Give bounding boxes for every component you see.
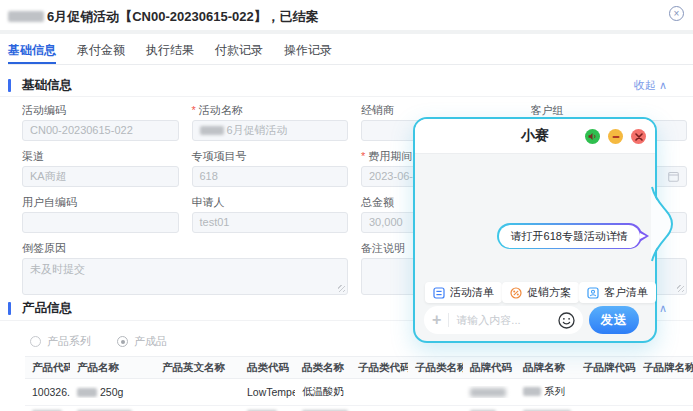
col-header: 子品类代码 [351, 361, 408, 375]
activity-name-input[interactable]: 6月促销活动 [192, 120, 349, 141]
field-activity-name: *活动名称 6月促销活动 [192, 104, 349, 141]
col-header: 产品名称 [70, 361, 155, 375]
input-divider [448, 313, 449, 327]
required-mark: * [192, 104, 196, 116]
send-button[interactable]: 发送 [589, 306, 639, 334]
x-icon [635, 133, 643, 141]
chat-input-field[interactable]: + 请输入内容... [424, 306, 583, 334]
cell-product-code: 100326... [25, 386, 70, 398]
field-special-project-no: 专项项目号 618 [192, 150, 349, 187]
field-user-custom-code: 用户自编码 [22, 196, 179, 233]
tab-execution-result[interactable]: 执行结果 [146, 34, 194, 64]
cell-category-code: LowTemper... [240, 386, 295, 398]
chat-input-row: + 请输入内容... 发送 [424, 306, 639, 334]
radio-label: 产品系列 [47, 334, 91, 349]
redacted-brand-prefix [8, 11, 44, 22]
chat-header: 小赛 [415, 119, 655, 154]
emoji-icon[interactable] [558, 312, 575, 329]
applicant-input[interactable]: test01 [192, 212, 349, 233]
field-applicant: 申请人 test01 [192, 196, 349, 233]
radio-circle-selected [117, 336, 128, 347]
close-icon[interactable]: × [669, 6, 684, 21]
chat-message-text: 请打开618专题活动详情 [499, 225, 640, 248]
basic-info-section-title: 基础信息 [22, 77, 72, 94]
radio-circle [30, 336, 41, 347]
product-info-section-title: 产品信息 [22, 300, 72, 317]
product-table: 产品代码 产品名称 产品英文名称 品类代码 品类名称 子品类代码 子品类名称 品… [25, 356, 693, 411]
minus-icon [612, 133, 620, 141]
promotion-detail-page: 6月促销活动【CN00-20230615-022】，已结案 × 基础信息 承付金… [0, 0, 693, 411]
redacted-text [200, 126, 224, 135]
product-table-header-row: 产品代码 产品名称 产品英文名称 品类代码 品类名称 子品类代码 子品类名称 品… [25, 356, 693, 379]
redacted-text [470, 388, 506, 397]
field-channel: 渠道 KA商超 [22, 150, 179, 187]
table-row: 100326... 250g LowTemper... 低温酸奶 系列 [25, 379, 693, 406]
required-mark: * [361, 150, 365, 162]
speaker-icon [588, 132, 597, 141]
chat-window-tail [651, 183, 676, 265]
basic-info-section-header: 基础信息 收起 ∧ [8, 76, 667, 94]
quick-action-customer-list[interactable]: 客户清单 [579, 282, 656, 303]
page-title: 6月促销活动【CN00-20230615-022】，已结案 [8, 8, 319, 26]
quick-action-activity-list[interactable]: 活动清单 [425, 282, 502, 303]
col-header: 品类名称 [295, 361, 351, 375]
col-header: 品牌名称 [516, 361, 576, 375]
section-divider [0, 96, 693, 97]
chat-close-button[interactable] [631, 129, 646, 144]
col-header: 品牌代码 [463, 361, 516, 375]
bubble-tail [641, 231, 649, 241]
backdate-reason-textarea[interactable]: 未及时提交 [22, 258, 348, 295]
radio-product-series[interactable]: 产品系列 [30, 334, 91, 349]
cell-category-name: 低温酸奶 [295, 385, 351, 399]
radio-label: 产成品 [134, 334, 167, 349]
cell-product-name: 250g [70, 386, 155, 398]
col-header: 产品英文名称 [155, 361, 240, 375]
basic-info-collapse-link[interactable]: 收起 ∧ [634, 78, 667, 93]
tab-bar: 基础信息 承付金额 执行结果 付款记录 操作记录 [8, 34, 693, 65]
redacted-text [523, 387, 541, 396]
field-label: 专项项目号 [192, 150, 349, 163]
tab-operation-records[interactable]: 操作记录 [284, 34, 332, 64]
table-row-clipped [25, 406, 693, 411]
page-title-text: 6月促销活动【CN00-20230615-022】，已结案 [47, 9, 319, 24]
col-header: 产品代码 [25, 361, 70, 375]
field-label: 申请人 [192, 196, 349, 209]
chat-message-bubble: 请打开618专题活动详情 [497, 223, 642, 249]
quick-action-label: 活动清单 [450, 285, 494, 300]
field-label: 活动编码 [22, 104, 179, 117]
col-header: 子品类名称 [408, 361, 463, 375]
field-label: 渠道 [22, 150, 179, 163]
field-activity-code: 活动编码 CN00-20230615-022 [22, 104, 179, 141]
special-project-no-input[interactable]: 618 [192, 166, 349, 187]
customer-icon [587, 287, 599, 299]
field-label: 经销商 [361, 104, 518, 117]
field-label: *活动名称 [192, 104, 349, 117]
redacted-text [77, 388, 97, 397]
tab-payment-records[interactable]: 付款记录 [215, 34, 263, 64]
section-accent-bar [8, 302, 11, 315]
attach-plus-icon[interactable]: + [432, 312, 441, 328]
field-label: 倒签原因 [22, 242, 348, 255]
quick-action-promo-plan[interactable]: 促销方案 [502, 282, 579, 303]
sound-button[interactable] [585, 129, 600, 144]
activity-code-input[interactable]: CN00-20230615-022 [22, 120, 179, 141]
radio-finished-product[interactable]: 产成品 [117, 334, 167, 349]
title-bar: 6月促销活动【CN00-20230615-022】，已结案 × [0, 0, 693, 30]
user-custom-code-input[interactable] [22, 212, 179, 233]
cell-brand-name: 系列 [516, 385, 576, 399]
minimize-button[interactable] [608, 129, 623, 144]
list-icon [433, 287, 445, 299]
channel-input[interactable]: KA商超 [22, 166, 179, 187]
col-header: 子品牌代码 [576, 361, 636, 375]
promo-icon [510, 287, 522, 299]
section-accent-bar [8, 79, 11, 92]
col-header: 子品牌名称 [636, 361, 693, 375]
chat-input-placeholder: 请输入内容... [456, 313, 558, 328]
tab-commit-amount[interactable]: 承付金额 [77, 34, 125, 64]
product-type-radio-group: 产品系列 产成品 [30, 334, 167, 349]
tab-basic-info[interactable]: 基础信息 [8, 34, 56, 64]
field-label: 用户自编码 [22, 196, 179, 209]
field-backdate-reason: 倒签原因 未及时提交 [22, 242, 348, 295]
cell-brand-code [463, 386, 516, 398]
quick-actions: 活动清单 促销方案 客户清单 [425, 282, 638, 303]
